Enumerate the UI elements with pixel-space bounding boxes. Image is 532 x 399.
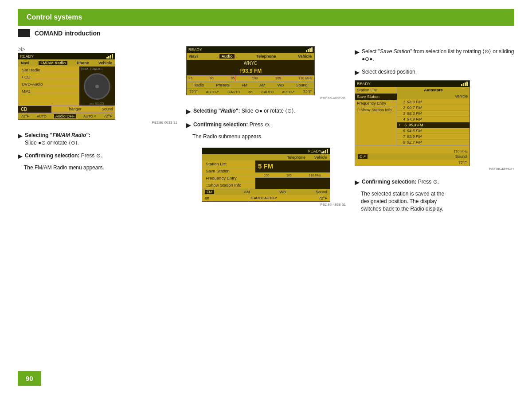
fm-scale: 85 90 95 100 105 110 MHz <box>187 75 314 82</box>
bullet-2-2: ▶ Confirming selection: Press ⊙. <box>186 121 346 129</box>
ready-auto: READY <box>357 82 371 86</box>
bullet-2-1: ▶ Selecting "Radio": Slide ⊙● or rotate … <box>186 107 346 116</box>
bullet-text-3-2: Select desired position. <box>362 68 417 76</box>
page-number: 90 <box>18 371 41 386</box>
bullet-text-1-1: Selecting "FM/AM Radio": Slide ●⊙ or rot… <box>25 132 90 147</box>
arrow-1-1: ▶ <box>18 132 22 140</box>
screen-code-1: P82.86-6033-31 <box>18 121 177 125</box>
bullet-text-3-1: Select "Save Station" from selection lis… <box>362 48 514 63</box>
station-row-1: 193.9 FM <box>397 99 469 105</box>
header-bar: Control systems <box>18 9 514 26</box>
station-row-5: 595.3 FM <box>397 122 469 128</box>
save-menu-show-info: □Show Station Info <box>202 182 255 189</box>
col2: READY Navi Audio Telephone Vehicle WNYC … <box>186 46 346 207</box>
section-title: COMAND introduction <box>18 29 514 37</box>
signal-bars <box>106 54 113 59</box>
left-show-info: Show Station Info <box>355 107 397 113</box>
bullet-1-2: ▶ Confirming selection: Press ⊙. <box>18 152 177 160</box>
save-screen-top: READY <box>202 148 330 154</box>
ready-label-2: READY <box>188 47 202 52</box>
nav-navi-2: Navi <box>189 54 198 59</box>
screen-top-bar: READY <box>18 53 115 59</box>
signal-bars-2 <box>306 47 313 52</box>
nav-audio: Audio <box>219 54 235 59</box>
save-menu-freq-entry: Frequency Entry <box>202 175 255 182</box>
screen-bottom-bar-1: 72°F AUTO Audio OFF AUTO↗ 72°F <box>18 113 115 119</box>
screen-nav-2: Navi Audio Telephone Vehicle <box>187 53 314 60</box>
nav-tel-save: Telephone <box>287 155 305 160</box>
bullet-text-1-2: Confirming selection: Press ⊙. <box>25 152 102 160</box>
screen-code-3: P82.86-4839-31 <box>355 167 514 171</box>
col3: ▶ Select "Save Station" from selection l… <box>355 46 514 212</box>
ready-label: READY <box>20 54 34 59</box>
auto-1: AUTO <box>37 114 47 118</box>
auto-2: AUTO↗ <box>83 114 96 118</box>
arrow-3-1: ▶ <box>355 48 359 56</box>
temp-left-1: 72°F <box>21 114 29 118</box>
screen-code-save: P82.86-4838-31 <box>186 203 346 207</box>
autostore-temp: 72°F <box>355 160 469 166</box>
bullet-text-2-2: Confirming selection: Press ⊙. <box>193 121 270 129</box>
section-black-bar <box>18 29 30 37</box>
header-title: Control systems <box>27 13 82 21</box>
left-save-station: Save Station <box>355 94 397 100</box>
bullet-3-1: ▶ Select "Save Station" from selection l… <box>355 48 514 63</box>
screen-bottom-bar-2: 72°F AUTO↗ ⊙AUTO on ⊙AUTO AUTO↗ 72°F <box>187 88 314 95</box>
ready-label-save: READY <box>308 149 321 153</box>
temp-right-1: 72°F <box>104 114 112 118</box>
station-row-4: 497.9 FM <box>397 117 469 122</box>
menu-dvd: DVD-Audio <box>18 81 79 88</box>
save-screen-nav: Telephone Vehicle <box>202 154 330 160</box>
menu-cd: CD <box>18 74 79 81</box>
bottom-radio: Radio <box>194 83 204 87</box>
col1: ▷▷ READY Navi FM/AM Radio Phone Veh <box>18 46 177 172</box>
screen-nav-1: Navi FM/AM Radio Phone Vehicle <box>18 59 115 66</box>
screen-fm-am: READY Navi FM/AM Radio Phone Vehicle <box>18 53 115 120</box>
bottom-sound: Sound <box>296 83 307 87</box>
bottom-fm: FM <box>242 83 247 87</box>
station-row-8: 892.7 FM <box>397 140 469 145</box>
bullet-text-2-1: Selecting "Radio": Slide ⊙● or rotate ⟨⊙… <box>193 107 296 115</box>
nav-vehicle: Vehicle <box>98 61 112 65</box>
save-wb: WB <box>279 190 286 194</box>
screen-top-bar-2: READY <box>187 47 314 53</box>
bullet-3-3: ▶ Confirming selection: Press ⊙. <box>355 178 514 187</box>
arrow-1-2: ▶ <box>18 153 22 160</box>
screen-fm: READY Navi Audio Telephone Vehicle WNYC … <box>186 46 315 95</box>
sub-text-1: The FM/AM Radio menu appears. <box>24 164 177 172</box>
section-label: COMAND introduction <box>35 30 101 37</box>
bottom-am: AM <box>259 83 266 87</box>
arrow-2-1: ▶ <box>186 108 191 116</box>
save-sound: Sound <box>316 190 327 194</box>
temp-right-2: 72°F <box>303 90 312 94</box>
bottom-wb: WB <box>278 83 284 87</box>
main-content: ▷▷ READY Navi FM/AM Radio Phone Veh <box>18 46 514 212</box>
frequency-display: †93.9 FM <box>187 66 314 75</box>
station-row-6: 694.5 FM <box>397 128 469 134</box>
station-row-2: 299.7 FM <box>397 105 469 111</box>
bullet-3-2: ▶ Select desired position. <box>355 68 514 77</box>
autostore-screen: READY Station List Save Station Frequenc… <box>355 80 470 166</box>
menu-mp3: MP3 <box>18 88 79 95</box>
station-name: WNYC <box>187 60 314 66</box>
autostore-title: Autostore <box>397 87 469 93</box>
nav-vehicle-save: Vehicle <box>314 155 327 160</box>
bullet-1-1: ▶ Selecting "FM/AM Radio": Slide ●⊙ or r… <box>18 132 177 147</box>
autostore-top: READY <box>355 81 469 87</box>
nav-phone: Phone <box>77 61 89 65</box>
save-am: AM <box>244 190 250 194</box>
sub-text-2: The Radio submenu appears. <box>192 133 346 141</box>
arrow-3-2: ▶ <box>355 69 359 77</box>
nav-fmam: FM/AM Radio <box>39 61 67 65</box>
bottom-presets: Presets <box>216 83 230 87</box>
nav-vehicle-2: Vehicle <box>298 54 312 59</box>
signal-bars-save <box>321 149 328 153</box>
screen-code-2: P82.86-4837-31 <box>186 96 346 100</box>
save-fm-label: FM <box>205 190 214 194</box>
left-freq-entry: Frequency Entry <box>355 100 397 107</box>
temp-left-2: 72°F <box>189 90 198 94</box>
save-bottom-bar: FM AM WB Sound <box>202 189 330 195</box>
audio-off: Audio OFF <box>54 114 76 118</box>
nav-navi: Navi <box>21 61 29 65</box>
save-menu-save-station: Save Station <box>202 168 255 175</box>
